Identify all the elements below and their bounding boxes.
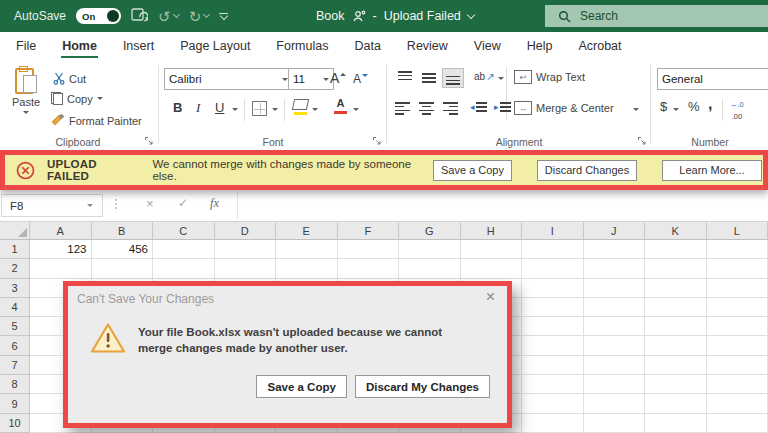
search-box[interactable]: Search [545,5,768,27]
accounting-dropdown-icon[interactable] [673,108,679,111]
cell-E2[interactable] [276,259,338,278]
cell-I6[interactable] [522,336,584,355]
cell-K9[interactable] [645,394,707,413]
customize-quick-access-icon[interactable] [219,13,228,19]
underline-dropdown-icon[interactable] [232,108,238,111]
cell-J8[interactable] [584,375,646,394]
cell-J3[interactable] [584,279,646,298]
increase-indent-button[interactable]: ▸ [494,102,511,112]
redo-icon[interactable]: ↻ [189,9,210,24]
bottom-align-button[interactable] [442,68,464,88]
row-header-9[interactable]: 9 [0,394,30,413]
tab-file[interactable]: File [3,33,49,60]
column-header-D[interactable]: D [215,222,277,240]
cell-A2[interactable] [30,259,92,278]
column-header-H[interactable]: H [461,222,523,240]
save-a-copy-button[interactable]: Save a Copy [433,160,512,181]
bold-button[interactable]: B [173,100,182,115]
tab-help[interactable]: Help [514,33,566,60]
row-header-8[interactable]: 8 [0,375,30,394]
close-icon[interactable]: × [486,289,495,305]
cell-K7[interactable] [645,356,707,375]
cell-L10[interactable] [707,414,768,433]
align-left-button[interactable] [395,102,410,115]
name-box-dropdown-icon[interactable] [87,204,93,207]
cell-J5[interactable] [584,317,646,336]
row-header-7[interactable]: 7 [0,356,30,375]
row-header-10[interactable]: 10 [0,414,30,433]
font-color-dropdown-icon[interactable] [353,108,359,111]
discard-changes-button[interactable]: Discard Changes [537,160,637,181]
row-header-2[interactable]: 2 [0,259,30,278]
cell-L1[interactable] [707,240,768,259]
cell-K2[interactable] [645,259,707,278]
cell-I1[interactable] [522,240,584,259]
underline-button[interactable]: U [215,100,224,115]
cell-K4[interactable] [645,298,707,317]
select-all-corner[interactable] [0,222,30,240]
paste-dropdown-icon[interactable] [23,111,29,114]
format-painter-button[interactable]: Format Painter [51,114,142,127]
tab-page-layout[interactable]: Page Layout [167,33,263,60]
cell-L7[interactable] [707,356,768,375]
borders-button[interactable] [252,101,267,116]
cell-K3[interactable] [645,279,707,298]
font-size-combo[interactable]: 11 [288,68,334,90]
insert-function-icon[interactable]: fx [210,196,219,211]
cell-I4[interactable] [522,298,584,317]
cell-C1[interactable] [153,240,215,259]
cell-G1[interactable] [399,240,461,259]
cell-I5[interactable] [522,317,584,336]
name-box[interactable]: F8 [1,194,103,217]
align-right-button[interactable] [443,102,458,115]
cell-K1[interactable] [645,240,707,259]
cell-L5[interactable] [707,317,768,336]
cell-L2[interactable] [707,259,768,278]
alignment-dialog-launcher-icon[interactable] [637,136,647,146]
document-title-area[interactable]: Book - Upload Failed [316,0,474,32]
cell-K10[interactable] [645,414,707,433]
cell-L9[interactable] [707,394,768,413]
row-header-1[interactable]: 1 [0,240,30,259]
clipboard-dialog-launcher-icon[interactable] [144,136,154,146]
cell-B2[interactable] [92,259,154,278]
undo-dropdown-icon[interactable] [173,11,180,18]
autosave-toggle[interactable]: On [76,8,121,24]
tab-insert[interactable]: Insert [110,33,167,60]
cell-J4[interactable] [584,298,646,317]
increase-font-size-button[interactable]: A [330,70,346,86]
column-header-J[interactable]: J [584,222,646,240]
comma-style-button[interactable]: , [708,95,712,113]
cell-H1[interactable] [461,240,523,259]
cell-F2[interactable] [338,259,400,278]
cell-I10[interactable] [522,414,584,433]
cell-L6[interactable] [707,336,768,355]
row-header-5[interactable]: 5 [0,317,30,336]
number-format-combo[interactable]: General [657,68,768,90]
formula-input[interactable] [237,192,768,219]
cell-E1[interactable] [276,240,338,259]
cell-L8[interactable] [707,375,768,394]
tab-home[interactable]: Home [49,33,110,60]
column-header-F[interactable]: F [338,222,400,240]
title-dropdown-icon[interactable] [467,10,475,18]
tab-acrobat[interactable]: Acrobat [565,33,634,60]
column-header-K[interactable]: K [645,222,707,240]
redo-dropdown-icon[interactable] [203,11,210,18]
italic-button[interactable]: I [196,100,200,116]
cell-L4[interactable] [707,298,768,317]
cell-H2[interactable] [461,259,523,278]
cell-J1[interactable] [584,240,646,259]
column-header-E[interactable]: E [276,222,338,240]
copy-button[interactable]: Copy [51,92,103,105]
cell-K6[interactable] [645,336,707,355]
column-header-C[interactable]: C [153,222,215,240]
cell-F1[interactable] [338,240,400,259]
wrap-text-button[interactable]: ↩ Wrap Text [514,70,585,84]
undo-icon[interactable]: ↺ [158,9,179,24]
copy-dropdown-icon[interactable] [97,97,103,100]
cell-D1[interactable] [215,240,277,259]
middle-align-button[interactable] [418,68,440,88]
font-family-combo[interactable]: Calibri [164,68,293,90]
row-header-6[interactable]: 6 [0,336,30,355]
